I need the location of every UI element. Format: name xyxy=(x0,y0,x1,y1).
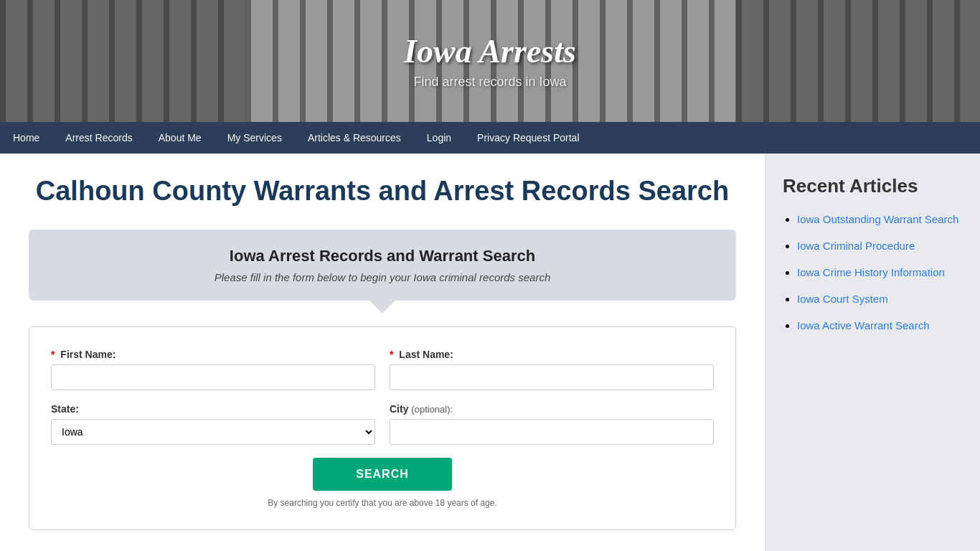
hero-bg-right xyxy=(735,0,981,122)
state-label: State: xyxy=(51,403,375,415)
site-title: Iowa Arrests xyxy=(404,32,576,70)
site-subtitle: Find arrest records in Iowa xyxy=(404,75,576,90)
sidebar-article-link[interactable]: Iowa Criminal Procedure xyxy=(797,240,915,252)
location-row: State: IowaAlabamaAlaskaArizonaArkansasC… xyxy=(51,403,714,445)
sidebar-article-link[interactable]: Iowa Court System xyxy=(797,293,888,305)
nav-item: Arrest Records xyxy=(52,122,145,154)
search-box-header: Iowa Arrest Records and Warrant Search P… xyxy=(29,230,736,301)
sidebar-article-link[interactable]: Iowa Active Warrant Search xyxy=(797,319,930,331)
sidebar-article-item: Iowa Criminal Procedure xyxy=(797,238,963,253)
sidebar-article-item: Iowa Court System xyxy=(797,291,963,306)
search-box-subtitle: Please fill in the form below to begin y… xyxy=(46,271,719,283)
sidebar: Recent Articles Iowa Outstanding Warrant… xyxy=(765,154,980,551)
state-select[interactable]: IowaAlabamaAlaskaArizonaArkansasCaliforn… xyxy=(51,419,375,445)
last-name-label: * Last Name: xyxy=(390,349,714,360)
nav-link[interactable]: Articles & Resources xyxy=(295,122,414,154)
state-group: State: IowaAlabamaAlaskaArizonaArkansasC… xyxy=(51,403,375,445)
nav-link[interactable]: Privacy Request Portal xyxy=(464,122,592,154)
hero-banner: Iowa Arrests Find arrest records in Iowa xyxy=(0,0,980,122)
last-name-group: * Last Name: xyxy=(390,349,714,390)
search-form: * First Name: * Last Name: State: IowaA xyxy=(29,326,736,530)
city-optional-text: (optional): xyxy=(411,404,453,415)
search-button[interactable]: SEARCH xyxy=(313,458,452,491)
sidebar-article-list: Iowa Outstanding Warrant SearchIowa Crim… xyxy=(783,212,963,333)
main-navigation: HomeArrest RecordsAbout MeMy ServicesArt… xyxy=(0,122,980,154)
sidebar-article-item: Iowa Active Warrant Search xyxy=(797,318,963,333)
page-title: Calhoun County Warrants and Arrest Recor… xyxy=(29,175,736,208)
nav-item: Privacy Request Portal xyxy=(464,122,592,154)
first-name-group: * First Name: xyxy=(51,349,375,390)
main-container: Calhoun County Warrants and Arrest Recor… xyxy=(0,154,980,551)
first-name-input[interactable] xyxy=(51,364,375,390)
last-name-required-star: * xyxy=(390,349,393,360)
nav-item: Login xyxy=(414,122,464,154)
form-disclaimer: By searching you certify that you are ab… xyxy=(51,498,714,508)
content-area: Calhoun County Warrants and Arrest Recor… xyxy=(0,154,765,551)
nav-item: My Services xyxy=(215,122,295,154)
sidebar-article-item: Iowa Outstanding Warrant Search xyxy=(797,212,963,227)
last-name-input[interactable] xyxy=(390,364,714,390)
nav-item: Home xyxy=(0,122,52,154)
sidebar-article-link[interactable]: Iowa Outstanding Warrant Search xyxy=(797,213,958,225)
sidebar-article-item: Iowa Crime History Information xyxy=(797,265,963,280)
search-button-row: SEARCH xyxy=(51,458,714,491)
nav-link[interactable]: Arrest Records xyxy=(52,122,145,154)
hero-content: Iowa Arrests Find arrest records in Iowa xyxy=(404,32,576,90)
sidebar-article-link[interactable]: Iowa Crime History Information xyxy=(797,266,945,278)
first-name-label: * First Name: xyxy=(51,349,375,360)
search-box-title: Iowa Arrest Records and Warrant Search xyxy=(46,247,719,265)
city-label: City (optional): xyxy=(390,403,714,415)
nav-link[interactable]: My Services xyxy=(215,122,295,154)
nav-link[interactable]: About Me xyxy=(146,122,215,154)
city-group: City (optional): xyxy=(390,403,714,445)
hero-bg-left xyxy=(0,0,245,122)
nav-link[interactable]: Login xyxy=(414,122,464,154)
sidebar-title: Recent Articles xyxy=(783,175,963,197)
nav-link[interactable]: Home xyxy=(0,122,52,154)
nav-item: About Me xyxy=(146,122,215,154)
nav-item: Articles & Resources xyxy=(295,122,414,154)
city-input[interactable] xyxy=(390,419,714,445)
name-row: * First Name: * Last Name: xyxy=(51,349,714,390)
first-name-required-star: * xyxy=(51,349,55,360)
